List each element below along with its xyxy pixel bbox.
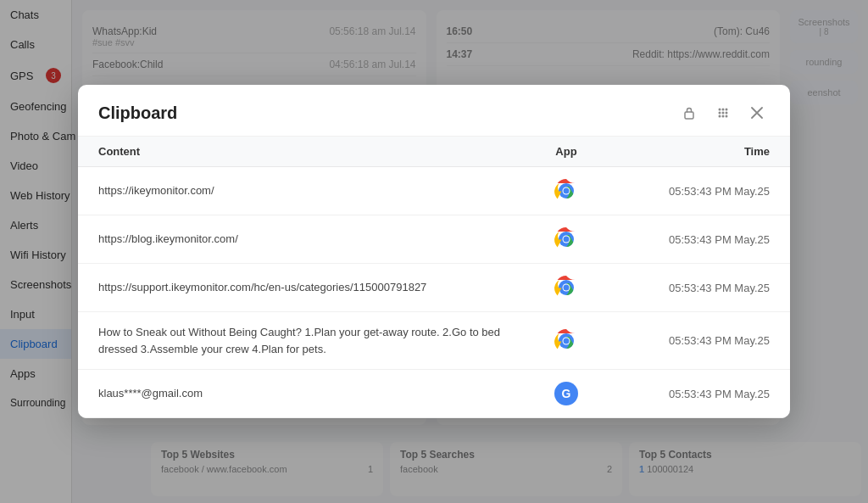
svg-point-18 — [564, 285, 570, 291]
cell-app-5: G — [515, 382, 617, 405]
cell-app-2 — [515, 227, 617, 251]
close-button[interactable] — [744, 100, 770, 126]
cell-time-3: 05:53:43 PM May.25 — [617, 282, 770, 294]
svg-rect-0 — [685, 112, 693, 119]
svg-point-7 — [719, 115, 721, 118]
header-time: Time — [617, 145, 770, 158]
lock-icon — [682, 106, 696, 120]
table-row: klaus****@gmail.com G 05:53:43 PM May.25 — [78, 370, 790, 418]
cell-content-3: https://support.ikeymonitor.com/hc/en-us… — [98, 279, 515, 296]
grid-button[interactable] — [710, 100, 736, 126]
modal-overlay: Clipboard — [0, 0, 868, 503]
close-icon — [751, 107, 763, 119]
header-app: App — [515, 145, 617, 158]
cell-app-4 — [515, 329, 617, 353]
svg-point-2 — [722, 109, 725, 111]
modal-actions — [676, 100, 770, 126]
cell-time-2: 05:53:43 PM May.25 — [617, 233, 770, 246]
cell-content-1: https://ikeymonitor.com/ — [98, 182, 515, 199]
svg-point-1 — [719, 109, 721, 111]
table-row: https://ikeymonitor.com/ 05:53:43 PM May… — [78, 167, 790, 215]
svg-point-15 — [564, 237, 570, 243]
cell-app-1 — [515, 179, 617, 203]
header-content: Content — [98, 145, 515, 158]
svg-point-3 — [726, 109, 728, 111]
clipboard-modal: Clipboard — [78, 85, 790, 418]
svg-point-9 — [726, 115, 728, 118]
svg-point-5 — [722, 112, 725, 115]
svg-point-12 — [564, 188, 570, 194]
table-row: https://blog.ikeymonitor.com/ 05:53:43 P… — [78, 215, 790, 264]
cell-time-4: 05:53:43 PM May.25 — [617, 334, 770, 347]
svg-point-4 — [719, 112, 721, 115]
svg-point-8 — [722, 115, 725, 118]
modal-title: Clipboard — [98, 103, 177, 123]
cell-time-1: 05:53:43 PM May.25 — [617, 185, 770, 198]
google-icon: G — [554, 382, 578, 405]
cell-content-4: How to Sneak out Without Being Caught? 1… — [98, 324, 515, 357]
modal-header: Clipboard — [78, 85, 790, 137]
chrome-icon — [554, 329, 578, 353]
table-header: Content App Time — [78, 137, 790, 167]
chrome-icon — [554, 227, 578, 251]
table-row: https://support.ikeymonitor.com/hc/en-us… — [78, 264, 790, 312]
cell-content-2: https://blog.ikeymonitor.com/ — [98, 231, 515, 248]
svg-point-21 — [564, 338, 570, 344]
svg-point-6 — [726, 112, 728, 115]
cell-app-3 — [515, 276, 617, 299]
cell-content-5: klaus****@gmail.com — [98, 385, 515, 402]
cell-time-5: 05:53:43 PM May.25 — [617, 388, 770, 400]
lock-button[interactable] — [676, 100, 702, 126]
table-row: How to Sneak out Without Being Caught? 1… — [78, 312, 790, 370]
grid-icon — [716, 106, 730, 120]
clipboard-table: Content App Time https://ikeymonitor.com… — [78, 137, 790, 418]
chrome-icon — [554, 276, 578, 299]
chrome-icon — [554, 179, 578, 203]
